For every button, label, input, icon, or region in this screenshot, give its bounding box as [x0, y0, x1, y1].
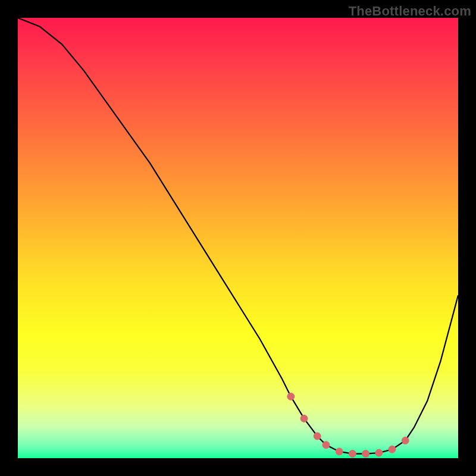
data-point [336, 448, 343, 455]
chart-frame: TheBottleneck.com [0, 0, 476, 476]
data-point [349, 450, 356, 458]
data-point [300, 415, 308, 422]
data-point [389, 446, 396, 453]
data-point [322, 441, 330, 449]
watermark-text: TheBottleneck.com [349, 4, 471, 19]
data-point [362, 450, 369, 458]
data-point [287, 393, 295, 400]
data-point [375, 449, 383, 456]
data-point [314, 433, 321, 440]
data-point [402, 437, 409, 444]
data-markers [18, 18, 458, 458]
